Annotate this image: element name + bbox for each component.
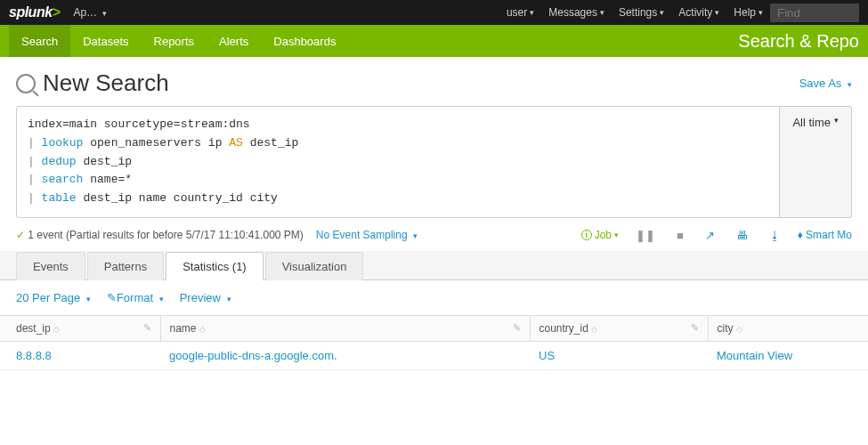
page-header: New Search Save As ▾ bbox=[0, 57, 868, 106]
format-select[interactable]: ✎Format ▾ bbox=[107, 291, 164, 304]
page-title: New Search bbox=[16, 69, 169, 97]
results-table: dest_ip◇✎ name◇✎ country_id◇✎ city◇ 8.8.… bbox=[0, 315, 868, 370]
save-as-button[interactable]: Save As ▾ bbox=[799, 77, 852, 90]
table-controls: 20 Per Page ▾ ✎Format ▾ Preview ▾ bbox=[0, 280, 868, 315]
table-header-row: dest_ip◇✎ name◇✎ country_id◇✎ city◇ bbox=[0, 315, 868, 341]
nav-reports[interactable]: Reports bbox=[142, 25, 207, 57]
job-menu[interactable]: iJob ▾ bbox=[581, 229, 619, 241]
nav-datasets[interactable]: Datasets bbox=[70, 25, 141, 57]
app-title: Search & Repo bbox=[738, 31, 859, 52]
pencil-icon[interactable]: ✎ bbox=[691, 322, 699, 334]
cell-dest-ip[interactable]: 8.8.8.8 bbox=[0, 341, 160, 369]
per-page-select[interactable]: 20 Per Page ▾ bbox=[16, 291, 91, 304]
nav-alerts[interactable]: Alerts bbox=[207, 25, 261, 57]
app-switcher[interactable]: Ap… ▾ bbox=[73, 6, 107, 19]
export-icon[interactable]: ⭳ bbox=[765, 229, 785, 242]
event-sampling[interactable]: No Event Sampling ▾ bbox=[316, 229, 418, 241]
search-row: index=main sourcetype=stream:dns | looku… bbox=[0, 106, 868, 218]
find-input[interactable] bbox=[770, 4, 859, 22]
col-dest-ip[interactable]: dest_ip◇✎ bbox=[0, 315, 160, 341]
sort-icon: ◇ bbox=[53, 325, 60, 334]
topbar: splunk> Ap… ▾ user▾ Messages▾ Settings▾ … bbox=[0, 0, 868, 25]
sort-icon: ◇ bbox=[199, 325, 206, 334]
share-icon[interactable]: ↗ bbox=[701, 229, 719, 242]
bulb-icon: ♦ bbox=[798, 229, 803, 241]
preview-select[interactable]: Preview ▾ bbox=[180, 291, 231, 304]
sort-icon: ◇ bbox=[591, 325, 597, 334]
nav-dashboards[interactable]: Dashboards bbox=[261, 25, 348, 57]
topbar-activity[interactable]: Activity▾ bbox=[678, 6, 719, 19]
col-name[interactable]: name◇✎ bbox=[160, 315, 530, 341]
topbar-settings[interactable]: Settings▾ bbox=[619, 6, 664, 19]
info-icon: i bbox=[581, 230, 592, 240]
smart-mode[interactable]: ♦Smart Mo bbox=[798, 229, 852, 241]
tab-patterns[interactable]: Patterns bbox=[87, 252, 164, 280]
cell-name[interactable]: google-public-dns-a.google.com. bbox=[160, 341, 530, 369]
topbar-help[interactable]: Help▾ bbox=[734, 6, 763, 19]
cell-city[interactable]: Mountain View bbox=[708, 341, 868, 369]
time-range-picker[interactable]: All time▾ bbox=[780, 106, 852, 218]
greenbar: Search Datasets Reports Alerts Dashboard… bbox=[0, 25, 868, 57]
status-bar: ✓ 1 event (Partial results for before 5/… bbox=[0, 218, 868, 251]
print-icon[interactable]: 🖶 bbox=[732, 229, 752, 242]
tab-statistics[interactable]: Statistics (1) bbox=[166, 252, 264, 280]
result-tabs: Events Patterns Statistics (1) Visualiza… bbox=[0, 251, 868, 280]
col-country-id[interactable]: country_id◇✎ bbox=[530, 315, 708, 341]
stop-icon[interactable]: ■ bbox=[672, 229, 688, 242]
table-row[interactable]: 8.8.8.8 google-public-dns-a.google.com. … bbox=[0, 341, 868, 369]
logo: splunk> bbox=[9, 4, 60, 20]
pencil-icon[interactable]: ✎ bbox=[143, 322, 151, 334]
topbar-messages[interactable]: Messages▾ bbox=[548, 6, 604, 19]
topbar-user[interactable]: user▾ bbox=[507, 6, 534, 19]
sort-icon: ◇ bbox=[736, 325, 742, 334]
cell-country-id[interactable]: US bbox=[530, 341, 708, 369]
status-text: ✓ 1 event (Partial results for before 5/… bbox=[16, 229, 304, 241]
pencil-icon[interactable]: ✎ bbox=[513, 322, 521, 334]
col-city[interactable]: city◇ bbox=[708, 315, 868, 341]
pause-icon[interactable]: ❚❚ bbox=[631, 229, 660, 242]
search-icon bbox=[16, 74, 36, 93]
tab-visualization[interactable]: Visualization bbox=[265, 252, 364, 280]
check-icon: ✓ bbox=[16, 229, 25, 241]
nav-search[interactable]: Search bbox=[9, 25, 70, 57]
tab-events[interactable]: Events bbox=[16, 252, 85, 280]
search-input[interactable]: index=main sourcetype=stream:dns | looku… bbox=[16, 106, 780, 218]
